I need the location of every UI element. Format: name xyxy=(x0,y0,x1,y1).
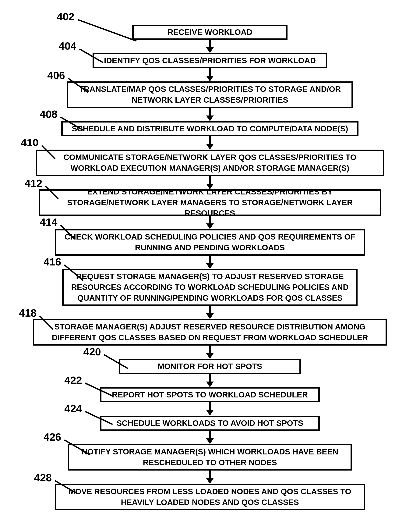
flow-step-404: IDENTIFY QOS CLASSES/PRIORITIES FOR WORK… xyxy=(93,53,327,68)
step-ref-412: 412 xyxy=(25,177,42,189)
arrow-head-icon xyxy=(206,76,214,81)
arrow-head-icon xyxy=(206,313,214,319)
arrow-down-icon xyxy=(209,346,211,353)
step-ref-402: 402 xyxy=(57,10,74,23)
flow-step-422: REPORT HOT SPOTS TO WORKLOAD SCHEDULER xyxy=(100,387,320,402)
flow-step-402: RECEIVE WORKLOAD xyxy=(132,25,287,40)
arrow-down-icon xyxy=(209,40,211,47)
flow-step-410: COMMUNICATE STORAGE/NETWORK LAYER QOS CL… xyxy=(36,150,384,176)
step-ref-428: 428 xyxy=(34,472,52,484)
arrow-down-icon xyxy=(209,256,211,263)
arrow-down-icon xyxy=(209,176,211,184)
step-ref-420: 420 xyxy=(83,346,101,358)
arrow-head-icon xyxy=(206,478,214,484)
step-ref-408: 408 xyxy=(40,108,57,120)
leader-line xyxy=(77,19,136,41)
step-ref-414: 414 xyxy=(40,216,57,228)
arrow-down-icon xyxy=(209,216,211,223)
flow-step-418: STORAGE MANAGER(S) ADJUST RESERVED RESOU… xyxy=(33,319,387,346)
flowchart-canvas: RECEIVE WORKLOAD402IDENTIFY QOS CLASSES/… xyxy=(0,0,420,512)
flow-step-406: TRANSLATE/MAP QOS CLASSES/PRIORITIES TO … xyxy=(67,81,353,108)
step-ref-416: 416 xyxy=(44,256,61,268)
arrow-head-icon xyxy=(206,353,214,359)
arrow-down-icon xyxy=(209,431,211,438)
arrow-down-icon xyxy=(209,402,211,410)
step-ref-424: 424 xyxy=(64,402,82,415)
arrow-down-icon xyxy=(209,471,211,478)
step-ref-422: 422 xyxy=(64,374,82,386)
flow-step-424: SCHEDULE WORKLOADS TO AVOID HOT SPOTS xyxy=(100,416,320,431)
arrow-head-icon xyxy=(206,438,214,444)
flow-step-408: SCHEDULE AND DISTRIBUTE WORKLOAD TO COMP… xyxy=(61,121,359,136)
flow-step-428: MOVE RESOURCES FROM LESS LOADED NODES AN… xyxy=(55,484,365,510)
arrow-head-icon xyxy=(206,410,214,416)
flow-step-412: EXTEND STORAGE/NETWORK LAYER CLASSES/PRI… xyxy=(39,189,381,216)
step-ref-404: 404 xyxy=(59,40,76,52)
step-ref-426: 426 xyxy=(44,431,61,443)
arrow-head-icon xyxy=(206,47,214,53)
arrow-head-icon xyxy=(206,263,214,269)
arrow-down-icon xyxy=(209,374,211,382)
step-ref-410: 410 xyxy=(21,136,38,149)
step-ref-406: 406 xyxy=(47,69,65,81)
arrow-head-icon xyxy=(206,382,214,387)
arrow-head-icon xyxy=(206,223,214,229)
arrow-head-icon xyxy=(206,115,214,121)
flow-step-414: CHECK WORKLOAD SCHEDULING POLICIES AND Q… xyxy=(55,229,365,256)
arrow-down-icon xyxy=(209,136,211,144)
arrow-head-icon xyxy=(206,144,214,150)
step-ref-418: 418 xyxy=(19,307,37,319)
flow-step-426: NOTIFY STORAGE MANAGER(S) WHICH WORKLOAD… xyxy=(68,444,352,471)
flow-step-420: MONITOR FOR HOT SPOTS xyxy=(119,359,301,374)
arrow-down-icon xyxy=(209,108,211,115)
flow-step-416: REQUEST STORAGE MANAGER(S) TO ADJUST RES… xyxy=(62,269,358,306)
arrow-down-icon xyxy=(209,68,211,76)
arrow-down-icon xyxy=(209,306,211,313)
